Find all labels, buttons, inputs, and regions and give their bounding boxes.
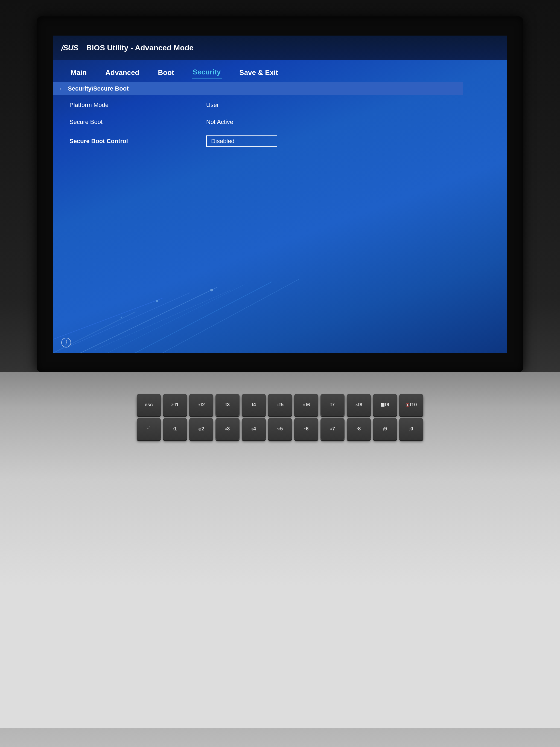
secure-boot-control-label: Secure Boot Control	[70, 138, 206, 145]
key-7[interactable]: &7	[320, 418, 345, 440]
nav-item-boot[interactable]: Boot	[157, 66, 175, 79]
secure-boot-row: Secure Boot Not Active	[64, 114, 496, 130]
keyboard-row-numbers: ~` !1 @2 #3 $4 %5 ^6 &7 *8 (9 )0	[137, 418, 423, 440]
breadcrumb-text: Security\Secure Boot	[68, 85, 129, 92]
key-3[interactable]: #3	[215, 418, 240, 440]
key-1[interactable]: !1	[163, 418, 187, 440]
screen-bezel: /SUS BIOS Utility - Advanced Mode Main A…	[37, 17, 523, 372]
key-f7[interactable]: f7	[320, 394, 345, 416]
breadcrumb-bar[interactable]: ← Security\Secure Boot	[53, 82, 463, 95]
key-8[interactable]: *8	[347, 418, 371, 440]
secure-boot-label: Secure Boot	[70, 119, 206, 126]
secure-boot-control-row[interactable]: Secure Boot Control Disabled	[64, 131, 496, 151]
nav-item-security[interactable]: Security	[192, 66, 222, 79]
keyboard-area: esc Z²f1 ✈f2 f3 f4 ⊞f5 ☀f6 f7 ✕f8 ⬜f9 🔇f…	[0, 372, 560, 728]
key-4[interactable]: $4	[242, 418, 266, 440]
key-f3[interactable]: f3	[215, 394, 240, 416]
nav-item-main[interactable]: Main	[70, 66, 88, 79]
key-tilde[interactable]: ~`	[137, 418, 161, 440]
key-f4[interactable]: f4	[242, 394, 266, 416]
secure-boot-control-select[interactable]: Disabled	[206, 135, 277, 147]
key-f9[interactable]: ⬜f9	[373, 394, 397, 416]
nav-item-advanced[interactable]: Advanced	[104, 66, 140, 79]
info-icon-area: i	[61, 338, 71, 347]
key-f5[interactable]: ⊞f5	[268, 394, 292, 416]
key-9[interactable]: (9	[373, 418, 397, 440]
key-6[interactable]: ^6	[294, 418, 318, 440]
key-f2[interactable]: ✈f2	[189, 394, 213, 416]
header-bar: /SUS BIOS Utility - Advanced Mode	[53, 35, 507, 60]
key-f6[interactable]: ☀f6	[294, 394, 318, 416]
key-f10[interactable]: 🔇f10	[399, 394, 423, 416]
bios-screen: /SUS BIOS Utility - Advanced Mode Main A…	[53, 35, 507, 353]
key-f1[interactable]: Z²f1	[163, 394, 187, 416]
keyboard-row-fn: esc Z²f1 ✈f2 f3 f4 ⊞f5 ☀f6 f7 ✕f8 ⬜f9 🔇f…	[137, 394, 423, 416]
key-5[interactable]: %5	[268, 418, 292, 440]
laptop-outer: /SUS BIOS Utility - Advanced Mode Main A…	[0, 0, 560, 747]
key-2[interactable]: @2	[189, 418, 213, 440]
asus-logo: /SUS	[61, 44, 78, 52]
nav-menu: Main Advanced Boot Security Save & Exit	[53, 63, 507, 82]
bios-title: BIOS Utility - Advanced Mode	[86, 44, 194, 52]
platform-mode-row: Platform Mode User	[64, 97, 496, 113]
secure-boot-value: Not Active	[206, 119, 233, 126]
content-area: Platform Mode User Secure Boot Not Activ…	[64, 97, 496, 331]
breadcrumb-back-arrow[interactable]: ←	[58, 85, 64, 92]
key-esc[interactable]: esc	[137, 394, 161, 416]
key-f8[interactable]: ✕f8	[347, 394, 371, 416]
nav-item-save-exit[interactable]: Save & Exit	[238, 66, 279, 79]
platform-mode-label: Platform Mode	[70, 102, 206, 109]
key-0[interactable]: )0	[399, 418, 423, 440]
platform-mode-value: User	[206, 102, 219, 109]
info-icon: i	[61, 338, 71, 347]
